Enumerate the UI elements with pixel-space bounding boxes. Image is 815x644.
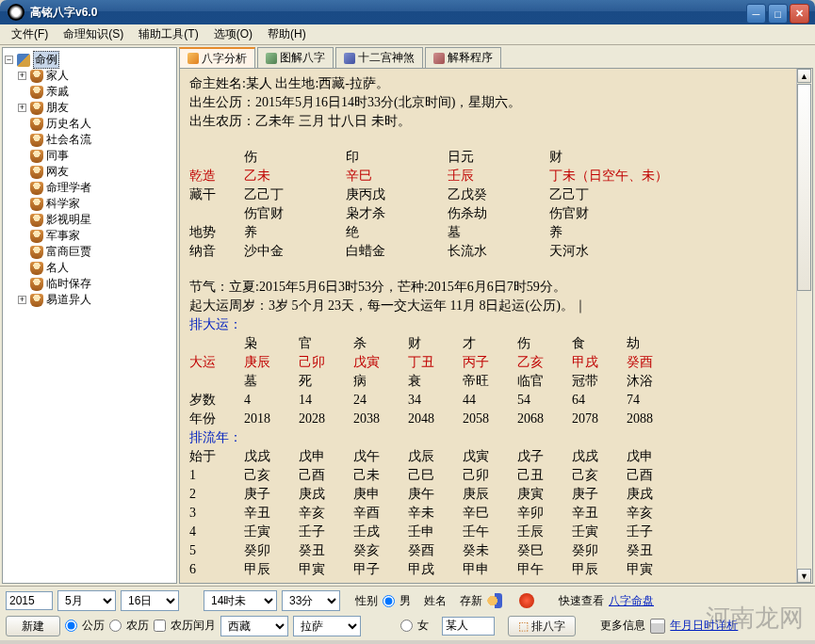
tree-item[interactable]: 命理学者 [5,180,174,196]
content-panel: 八字分析 图解八字 十二宫神煞 解释程序 命主姓名:某人 出生地:西藏-拉萨。 … [179,47,813,584]
menu-knowledge[interactable]: 命理知识(S) [56,24,131,44]
quick-view-link[interactable]: 八字命盘 [609,594,654,607]
maximize-button[interactable]: □ [768,4,788,24]
tree-item[interactable]: +朋友 [5,100,174,116]
tree-item-label[interactable]: 易道异人 [46,292,91,308]
tree-item-label[interactable]: 富商巨贾 [46,244,91,260]
pillar-hidden2-row: 伤官财枭才杀伤杀劫伤官财 [189,204,803,223]
tree-root-row[interactable]: − 命例 [5,52,174,68]
tree-item-label[interactable]: 命理学者 [46,180,91,196]
tree-item[interactable]: 富商巨贾 [5,244,174,260]
tab-analysis[interactable]: 八字分析 [179,47,255,68]
row-label: 大运 [189,353,244,372]
minimize-button[interactable]: ─ [746,4,766,24]
tree-item-label[interactable]: 影视明星 [46,212,91,228]
menu-tools[interactable]: 辅助工具(T) [131,24,205,44]
tree-collapse-icon[interactable]: − [5,56,13,64]
tab-diagram[interactable]: 图解八字 [257,47,334,68]
row-label: 乾造 [189,167,244,185]
male-radio[interactable] [383,595,395,607]
tree-expand-icon[interactable]: + [18,72,26,80]
row-cell: 辛酉 [353,504,408,523]
row-cell: 壬辰 [448,167,549,185]
female-label: 女 [417,618,429,634]
scroll-up-button[interactable]: ▲ [797,69,811,83]
row-cell: 2028 [299,410,353,428]
year-input[interactable] [6,591,53,610]
row-cell: 冠带 [572,372,627,391]
person-icon [30,278,43,291]
tree-item[interactable]: 临时保存 [5,276,174,292]
tree-root-label[interactable]: 命例 [33,51,59,69]
name-input[interactable] [442,617,495,636]
window-title: 高铭八字v6.0 [30,5,97,21]
tab-palace[interactable]: 十二宫神煞 [335,47,423,68]
lunar-radio[interactable] [109,620,122,632]
red-dot-icon[interactable] [519,593,534,608]
tree-item[interactable]: 军事家 [5,228,174,244]
row-label: 2 [189,485,244,504]
row-cell: 沐浴 [627,372,681,391]
tree-expand-icon[interactable]: + [18,296,26,304]
more-info-link[interactable]: 年月日时详析 [670,619,738,632]
person-icon [30,166,43,179]
row-label: 1 [189,466,244,485]
tree-panel[interactable]: − 命例 +家人亲戚+朋友历史名人社会名流同事网友命理学者科学家影视明星军事家富… [2,47,177,584]
new-button[interactable]: 新建 [6,616,60,636]
scroll-down-button[interactable]: ▼ [797,569,811,583]
analysis-text[interactable]: 命主姓名:某人 出生地:西藏-拉萨。 出生公历：2015年5月16日14时33分… [179,68,813,584]
tree-item-label[interactable]: 临时保存 [46,276,91,292]
window-controls: ─ □ ✕ [746,4,809,24]
close-button[interactable]: ✕ [790,4,809,24]
solar-radio[interactable] [65,620,77,632]
scroll-thumb[interactable] [797,84,811,291]
speak-icon[interactable] [487,593,502,608]
tree-expand-icon[interactable]: + [18,104,26,112]
month-select[interactable]: 5月 [57,590,116,611]
menu-help[interactable]: 帮助(H) [260,24,314,44]
minute-select[interactable]: 33分 [282,590,340,611]
row-cell: 癸卯 [244,541,299,560]
paibazi-button[interactable]: ⬚ 排八字 [508,616,576,636]
row-cell: 辛丑 [244,504,299,523]
tree-item[interactable]: 科学家 [5,196,174,212]
vertical-scrollbar[interactable]: ▲ ▼ [796,69,812,583]
row-label: 3 [189,504,244,523]
tree-item-label[interactable]: 同事 [46,148,69,164]
tree-item-label[interactable]: 名人 [46,260,69,276]
tree-item[interactable]: 亲戚 [5,84,174,100]
row-cell: 44 [463,391,517,410]
tree-item[interactable]: 网友 [5,164,174,180]
tree-item-label[interactable]: 军事家 [46,228,80,244]
leap-checkbox[interactable] [154,620,166,632]
female-radio[interactable] [400,620,413,632]
tree-item[interactable]: 历史名人 [5,116,174,132]
tree-item-label[interactable]: 历史名人 [46,116,91,132]
tree-item-label[interactable]: 社会名流 [46,132,91,148]
tree-item-label[interactable]: 科学家 [46,196,80,212]
tree-item[interactable]: 同事 [5,148,174,164]
calendar-icon[interactable] [650,619,665,634]
row-cell: 甲申 [463,560,517,579]
tree-item-label[interactable]: 亲戚 [46,84,69,100]
city-select[interactable]: 拉萨 [293,616,361,636]
day-select[interactable]: 16日 [121,590,179,611]
tree-item[interactable]: 社会名流 [5,132,174,148]
tree-item-label[interactable]: 网友 [46,164,69,180]
row-cell: 14 [299,391,353,410]
tree-item-label[interactable]: 朋友 [46,100,69,116]
tree-item[interactable]: +家人 [5,68,174,84]
tab-explain-icon [433,53,445,64]
tab-explain[interactable]: 解释程序 [425,47,501,68]
tree-item-label[interactable]: 家人 [46,68,69,84]
tree-item[interactable]: 影视明星 [5,212,174,228]
menu-options[interactable]: 选项(O) [206,24,260,44]
person-icon [30,70,43,83]
row-cell: 沙中金 [244,242,346,261]
tree-item[interactable]: 名人 [5,260,174,276]
hour-select[interactable]: 14时未 [204,590,277,611]
province-select[interactable]: 西藏 [220,616,288,636]
tree-item[interactable]: +易道异人 [5,292,174,308]
row-cell: 天河水 [549,242,651,261]
menu-file[interactable]: 文件(F) [4,24,56,44]
